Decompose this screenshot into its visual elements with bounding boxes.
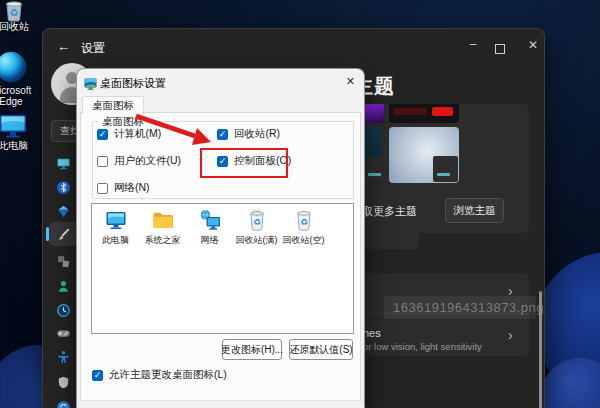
list-item[interactable]: 系统之家 (139, 208, 186, 247)
maximize-button[interactable] (495, 40, 505, 58)
desktop-icon-edge[interactable]: Microsoft Edge (0, 52, 41, 107)
network-monitor-icon (198, 208, 222, 232)
svg-text:♻: ♻ (252, 217, 260, 227)
time-icon (56, 303, 71, 318)
checkbox-box (97, 156, 108, 167)
dialog-checkbox[interactable]: 用户的文件(U) (97, 154, 181, 168)
list-item-label: 系统之家 (139, 234, 186, 247)
sidebar-item-update[interactable] (49, 395, 77, 408)
restore-default-button[interactable]: 还原默认值(S) (289, 339, 353, 360)
change-icon-button[interactable]: 更改图标(H)... (222, 339, 282, 360)
maximize-icon (495, 44, 505, 54)
display-settings-icon (84, 76, 97, 88)
recycle-bin-icon: ♻ (2, 0, 26, 20)
apps-icon (56, 254, 71, 269)
recycle-full-icon: ♻ (245, 208, 269, 232)
dialog-icon-list[interactable]: 此电脑系统之家网络♻回收站(满)♻回收站(空) (91, 203, 354, 334)
tab-desktop-icons[interactable]: 桌面图标 (82, 96, 144, 114)
desktop-icon-label: Microsoft (0, 85, 41, 96)
row-title-fragment: nes (363, 327, 381, 339)
desktop-icon-label: 回收站 (0, 20, 44, 34)
checkbox-box (97, 183, 108, 194)
sidebar-item-time[interactable] (49, 298, 77, 322)
theme-tile-dark[interactable] (389, 104, 459, 123)
browse-themes-button[interactable]: 浏览主题 (445, 198, 504, 223)
list-item-label: 回收站(满) (233, 234, 280, 247)
edge-icon (0, 52, 26, 82)
close-button[interactable]: ✕ (521, 38, 545, 52)
list-item[interactable]: 此电脑 (92, 208, 139, 247)
checkbox-box: ✓ (92, 370, 103, 381)
allow-theme-checkbox[interactable]: ✓ 允许主题更改桌面图标(L) (92, 368, 227, 382)
screen: ♻ 回收站 Microsoft Edge 此电脑 ← 设置 – ✕ 查找 主题 (0, 0, 600, 408)
theme-tile-bloom[interactable] (389, 127, 459, 183)
system-icon (56, 156, 71, 171)
theme-tile-accent (393, 108, 427, 115)
sidebar-item-personalization[interactable] (49, 222, 77, 246)
checkbox-label: 回收站(R) (234, 127, 280, 141)
list-item-label: 网络 (186, 234, 233, 247)
sidebar-item-network[interactable] (49, 199, 77, 223)
theme-mini-dash (368, 173, 381, 176)
dialog-footer (77, 400, 364, 408)
sidebar-item-privacy[interactable] (49, 370, 77, 394)
theme-mini-preview (364, 156, 382, 182)
update-icon (56, 400, 71, 408)
watermark-text: 1636191964313873.png (393, 300, 544, 315)
window-title: 设置 (81, 40, 105, 57)
chevron-right-icon: › (508, 327, 513, 343)
list-item-label: 回收站(空) (280, 234, 327, 247)
selected-indicator (46, 227, 49, 241)
checkbox-box: ✓ (97, 129, 108, 140)
desktop-icon-label: Edge (0, 96, 41, 107)
folder-icon (151, 208, 175, 232)
recycle-empty-icon: ♻ (292, 208, 316, 232)
pc-icon (104, 208, 128, 232)
theme-tile-accent (432, 107, 453, 116)
list-item[interactable]: 网络 (186, 208, 233, 247)
dialog-check-col-1: ✓计算机(M)用户的文件(U)网络(N) (97, 127, 181, 195)
sidebar-item-accessibility[interactable] (49, 345, 77, 369)
dialog-checkbox[interactable]: 网络(N) (97, 181, 181, 195)
dialog-close-icon[interactable]: ✕ (346, 75, 355, 88)
dialog-checkbox[interactable]: ✓回收站(R) (217, 127, 291, 141)
sidebar-item-gaming[interactable] (49, 321, 77, 345)
checkbox-label: 用户的文件(U) (114, 154, 181, 168)
desktop-icon-this-pc[interactable]: 此电脑 (0, 114, 43, 153)
row-subtitle-fragment: or low vision, light sensitivity (363, 341, 482, 352)
list-item[interactable]: ♻回收站(满) (233, 208, 280, 247)
this-pc-icon (0, 114, 27, 139)
list-item-label: 此电脑 (92, 234, 139, 247)
gaming-icon (56, 326, 71, 341)
sidebar-item-apps[interactable] (49, 249, 77, 273)
desktop-icon-settings-dialog: 桌面图标设置 ✕ 桌面图标 桌面图标 ✓计算机(M)用户的文件(U)网络(N) … (76, 68, 365, 408)
privacy-icon (56, 375, 71, 390)
accounts-icon (56, 279, 71, 294)
checkbox-label: 网络(N) (114, 181, 150, 195)
bluetooth-icon (56, 180, 71, 195)
sidebar-item-system[interactable] (49, 151, 77, 175)
accessibility-icon (56, 350, 71, 365)
desktop-icon-label: 此电脑 (0, 139, 43, 153)
themes-card: 获取更多主题 浏览主题 (341, 104, 529, 233)
settings-row-2[interactable]: nes or low vision, light sensitivity › (341, 314, 529, 356)
annotation-highlight-box (200, 148, 288, 178)
sidebar-item-accounts[interactable] (49, 274, 77, 298)
personalization-icon (56, 227, 71, 242)
sidebar-item-bluetooth[interactable] (49, 175, 77, 199)
desktop-icon-recycle-bin[interactable]: ♻ 回收站 (0, 0, 44, 34)
minimize-button[interactable]: – (461, 37, 485, 51)
settings-rows-card: › nes or low vision, light sensitivity ›… (341, 273, 529, 356)
svg-text:♻: ♻ (10, 7, 19, 18)
network-icon (56, 204, 71, 219)
theme-mini-preview (433, 156, 458, 182)
dialog-title: 桌面图标设置 (100, 76, 166, 91)
list-item[interactable]: ♻回收站(空) (280, 208, 327, 247)
dialog-checkbox[interactable]: ✓计算机(M) (97, 127, 181, 141)
theme-mini-dash (437, 173, 450, 176)
checkbox-label: 允许主题更改桌面图标(L) (109, 368, 227, 382)
svg-text:♻: ♻ (299, 217, 307, 227)
checkbox-label: 计算机(M) (114, 127, 161, 141)
checkbox-box: ✓ (217, 129, 228, 140)
scrollbar[interactable] (539, 291, 542, 408)
